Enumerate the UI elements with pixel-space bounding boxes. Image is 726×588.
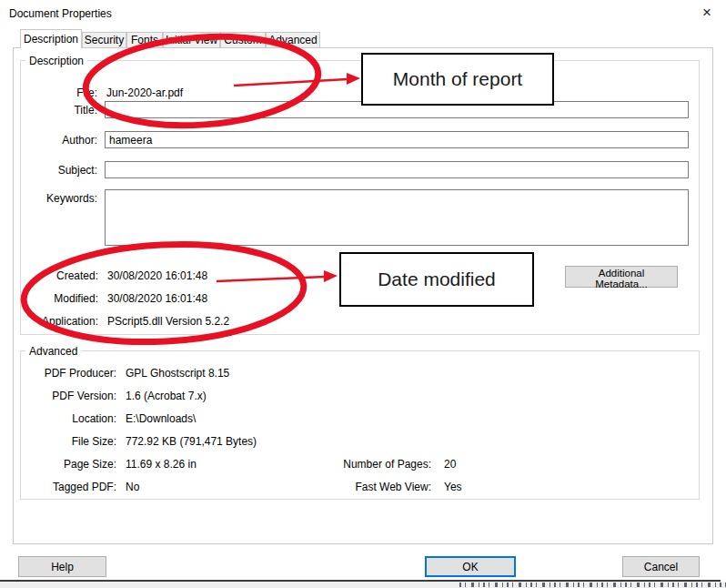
pdf-producer-label: PDF Producer:: [27, 367, 116, 380]
application-label: Application:: [27, 315, 98, 328]
fast-web-view-label: Fast Web View:: [300, 481, 431, 493]
file-size-label: File Size:: [27, 435, 116, 448]
file-label: File:: [36, 86, 97, 99]
fast-web-view-value: Yes: [444, 481, 462, 493]
subject-input[interactable]: [105, 161, 689, 178]
subject-label: Subject:: [27, 164, 97, 177]
tagged-pdf-value: No: [126, 481, 139, 493]
advanced-group-legend: Advanced: [25, 345, 81, 358]
file-size-value: 772.92 KB (791,471 Bytes): [126, 435, 257, 448]
page-size-value: 11.69 x 8.26 in: [126, 458, 197, 471]
tagged-pdf-label: Tagged PDF:: [27, 481, 116, 493]
help-button[interactable]: Help: [18, 556, 106, 577]
number-of-pages-label: Number of Pages:: [300, 458, 431, 471]
advanced-group: [20, 350, 700, 500]
clipped-background-text: [459, 583, 726, 587]
keywords-textarea[interactable]: [105, 189, 689, 246]
pdf-producer-value: GPL Ghostscript 8.15: [126, 367, 229, 380]
ok-button[interactable]: OK: [425, 556, 516, 577]
description-group-legend: Description: [25, 55, 87, 67]
tab-initial-view[interactable]: Initial View: [163, 32, 220, 47]
modified-label: Modified:: [27, 292, 98, 305]
title-bar: Document Properties ×: [0, 0, 726, 29]
pdf-version-label: PDF Version:: [27, 390, 116, 402]
modified-value: 30/08/2020 16:01:48: [107, 292, 207, 305]
cancel-button[interactable]: Cancel: [622, 556, 700, 577]
tab-custom[interactable]: Custom: [220, 32, 266, 47]
keywords-label: Keywords:: [27, 192, 97, 205]
created-value: 30/08/2020 16:01:48: [107, 269, 207, 282]
location-label: Location:: [27, 412, 116, 425]
application-value: PScript5.dll Version 5.2.2: [107, 315, 229, 328]
author-input[interactable]: [105, 131, 689, 148]
page-size-label: Page Size:: [27, 458, 116, 471]
pdf-version-value: 1.6 (Acrobat 7.x): [126, 390, 207, 402]
dialog-title: Document Properties: [9, 7, 112, 20]
tab-fonts[interactable]: Fonts: [126, 32, 163, 47]
number-of-pages-value: 20: [444, 458, 456, 471]
date-modified-callout: Date modified: [339, 252, 534, 307]
file-value: Jun-2020-ar.pdf: [106, 86, 183, 99]
close-icon[interactable]: ×: [693, 2, 721, 24]
author-label: Author:: [27, 134, 97, 147]
title-label: Title:: [27, 104, 97, 117]
location-value: E:\Downloads\: [126, 412, 196, 425]
month-of-report-callout: Month of report: [361, 53, 554, 106]
tab-advanced[interactable]: Advanced: [266, 32, 320, 47]
additional-metadata-button[interactable]: Additional Metadata...: [565, 266, 678, 288]
created-label: Created:: [27, 269, 98, 282]
document-properties-dialog: Document Properties × Description Securi…: [0, 0, 726, 588]
tab-description[interactable]: Description: [20, 29, 82, 48]
tab-security[interactable]: Security: [82, 32, 126, 47]
